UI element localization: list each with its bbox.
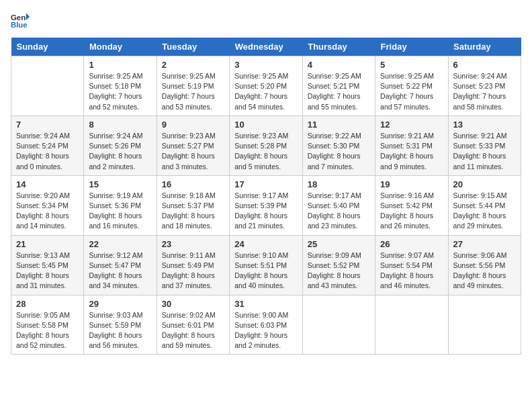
week-row-5: 28Sunrise: 9:05 AMSunset: 5:58 PMDayligh… — [11, 295, 521, 355]
day-info: Sunrise: 9:10 AMSunset: 5:51 PMDaylight:… — [234, 250, 297, 291]
day-number: 3 — [234, 60, 297, 70]
day-info: Sunrise: 9:25 AMSunset: 5:20 PMDaylight:… — [234, 71, 297, 112]
day-number: 25 — [308, 239, 370, 249]
week-row-2: 7Sunrise: 9:24 AMSunset: 5:24 PMDaylight… — [11, 116, 521, 175]
day-cell: 22Sunrise: 9:12 AMSunset: 5:47 PMDayligh… — [84, 235, 157, 295]
day-info: Sunrise: 9:25 AMSunset: 5:21 PMDaylight:… — [308, 71, 370, 112]
day-info: Sunrise: 9:25 AMSunset: 5:22 PMDaylight:… — [380, 71, 443, 112]
day-number: 26 — [380, 239, 443, 249]
day-info: Sunrise: 9:17 AMSunset: 5:40 PMDaylight:… — [308, 191, 370, 232]
day-info: Sunrise: 9:15 AMSunset: 5:44 PMDaylight:… — [453, 191, 516, 232]
day-info: Sunrise: 9:24 AMSunset: 5:24 PMDaylight:… — [16, 131, 79, 172]
day-cell: 14Sunrise: 9:20 AMSunset: 5:34 PMDayligh… — [11, 175, 84, 235]
day-cell: 21Sunrise: 9:13 AMSunset: 5:45 PMDayligh… — [11, 235, 84, 295]
day-cell: 5Sunrise: 9:25 AMSunset: 5:22 PMDaylight… — [375, 56, 448, 116]
day-number: 29 — [89, 299, 151, 309]
day-cell: 31Sunrise: 9:00 AMSunset: 6:03 PMDayligh… — [230, 295, 302, 355]
day-cell: 15Sunrise: 9:19 AMSunset: 5:36 PMDayligh… — [84, 175, 157, 235]
day-cell: 12Sunrise: 9:21 AMSunset: 5:31 PMDayligh… — [375, 116, 448, 175]
day-number: 16 — [162, 179, 224, 189]
day-info: Sunrise: 9:02 AMSunset: 6:01 PMDaylight:… — [162, 310, 224, 351]
day-number: 7 — [16, 120, 79, 130]
week-row-1: 1Sunrise: 9:25 AMSunset: 5:18 PMDaylight… — [11, 56, 521, 116]
weekday-header-monday: Monday — [84, 38, 157, 56]
day-cell: 3Sunrise: 9:25 AMSunset: 5:20 PMDaylight… — [230, 56, 302, 116]
day-cell: 30Sunrise: 9:02 AMSunset: 6:01 PMDayligh… — [157, 295, 229, 355]
day-cell: 18Sunrise: 9:17 AMSunset: 5:40 PMDayligh… — [302, 175, 375, 235]
day-info: Sunrise: 9:16 AMSunset: 5:42 PMDaylight:… — [380, 191, 443, 232]
day-info: Sunrise: 9:06 AMSunset: 5:56 PMDaylight:… — [453, 250, 516, 291]
day-info: Sunrise: 9:20 AMSunset: 5:34 PMDaylight:… — [16, 191, 79, 232]
day-cell: 19Sunrise: 9:16 AMSunset: 5:42 PMDayligh… — [375, 175, 448, 235]
svg-marker-2 — [26, 13, 30, 21]
day-cell: 13Sunrise: 9:21 AMSunset: 5:33 PMDayligh… — [448, 116, 521, 175]
day-number: 27 — [453, 239, 516, 249]
day-info: Sunrise: 9:03 AMSunset: 5:59 PMDaylight:… — [89, 310, 151, 351]
day-cell — [11, 56, 84, 116]
day-number: 12 — [380, 120, 443, 130]
day-number: 18 — [308, 179, 370, 189]
day-number: 11 — [308, 120, 370, 130]
day-info: Sunrise: 9:23 AMSunset: 5:27 PMDaylight:… — [162, 131, 224, 172]
day-info: Sunrise: 9:13 AMSunset: 5:45 PMDaylight:… — [16, 250, 79, 291]
day-cell: 1Sunrise: 9:25 AMSunset: 5:18 PMDaylight… — [84, 56, 157, 116]
svg-text:Blue: Blue — [11, 21, 28, 29]
day-cell: 24Sunrise: 9:10 AMSunset: 5:51 PMDayligh… — [230, 235, 302, 295]
day-cell: 27Sunrise: 9:06 AMSunset: 5:56 PMDayligh… — [448, 235, 521, 295]
day-cell — [448, 295, 521, 355]
day-info: Sunrise: 9:07 AMSunset: 5:54 PMDaylight:… — [380, 250, 443, 291]
week-row-3: 14Sunrise: 9:20 AMSunset: 5:34 PMDayligh… — [11, 175, 521, 235]
day-number: 4 — [308, 60, 370, 70]
day-number: 31 — [234, 299, 297, 309]
weekday-header-thursday: Thursday — [302, 38, 375, 56]
day-info: Sunrise: 9:22 AMSunset: 5:30 PMDaylight:… — [308, 131, 370, 172]
day-cell: 20Sunrise: 9:15 AMSunset: 5:44 PMDayligh… — [448, 175, 521, 235]
day-number: 14 — [16, 179, 79, 189]
day-number: 10 — [234, 120, 297, 130]
day-info: Sunrise: 9:24 AMSunset: 5:23 PMDaylight:… — [453, 71, 516, 112]
weekday-header-friday: Friday — [375, 38, 448, 56]
day-cell: 26Sunrise: 9:07 AMSunset: 5:54 PMDayligh… — [375, 235, 448, 295]
day-cell: 29Sunrise: 9:03 AMSunset: 5:59 PMDayligh… — [84, 295, 157, 355]
day-cell: 11Sunrise: 9:22 AMSunset: 5:30 PMDayligh… — [302, 116, 375, 175]
day-cell — [375, 295, 448, 355]
day-info: Sunrise: 9:11 AMSunset: 5:49 PMDaylight:… — [162, 250, 224, 291]
day-cell: 23Sunrise: 9:11 AMSunset: 5:49 PMDayligh… — [157, 235, 229, 295]
day-info: Sunrise: 9:18 AMSunset: 5:37 PMDaylight:… — [162, 191, 224, 232]
day-number: 28 — [16, 299, 79, 309]
day-cell: 8Sunrise: 9:24 AMSunset: 5:26 PMDaylight… — [84, 116, 157, 175]
day-cell: 28Sunrise: 9:05 AMSunset: 5:58 PMDayligh… — [11, 295, 84, 355]
day-info: Sunrise: 9:21 AMSunset: 5:31 PMDaylight:… — [380, 131, 443, 172]
day-number: 6 — [453, 60, 516, 70]
day-number: 21 — [16, 239, 79, 249]
day-number: 5 — [380, 60, 443, 70]
day-number: 24 — [234, 239, 297, 249]
day-number: 17 — [234, 179, 297, 189]
day-number: 1 — [89, 60, 151, 70]
day-cell: 4Sunrise: 9:25 AMSunset: 5:21 PMDaylight… — [302, 56, 375, 116]
day-number: 2 — [162, 60, 224, 70]
day-cell: 10Sunrise: 9:23 AMSunset: 5:28 PMDayligh… — [230, 116, 302, 175]
day-number: 22 — [89, 239, 151, 249]
day-cell: 9Sunrise: 9:23 AMSunset: 5:27 PMDaylight… — [157, 116, 229, 175]
day-info: Sunrise: 9:19 AMSunset: 5:36 PMDaylight:… — [89, 191, 151, 232]
day-number: 15 — [89, 179, 151, 189]
day-number: 8 — [89, 120, 151, 130]
day-info: Sunrise: 9:12 AMSunset: 5:47 PMDaylight:… — [89, 250, 151, 291]
weekday-header-tuesday: Tuesday — [157, 38, 229, 56]
logo: Gen Blue — [11, 11, 32, 30]
logo-icon: Gen Blue — [11, 11, 30, 30]
week-row-4: 21Sunrise: 9:13 AMSunset: 5:45 PMDayligh… — [11, 235, 521, 295]
calendar-table: SundayMondayTuesdayWednesdayThursdayFrid… — [11, 38, 521, 355]
day-cell: 2Sunrise: 9:25 AMSunset: 5:19 PMDaylight… — [157, 56, 229, 116]
day-cell — [302, 295, 375, 355]
day-number: 20 — [453, 179, 516, 189]
weekday-header-sunday: Sunday — [11, 38, 84, 56]
day-info: Sunrise: 9:21 AMSunset: 5:33 PMDaylight:… — [453, 131, 516, 172]
weekday-header-wednesday: Wednesday — [230, 38, 302, 56]
day-cell: 6Sunrise: 9:24 AMSunset: 5:23 PMDaylight… — [448, 56, 521, 116]
day-number: 9 — [162, 120, 224, 130]
day-number: 19 — [380, 179, 443, 189]
day-info: Sunrise: 9:17 AMSunset: 5:39 PMDaylight:… — [234, 191, 297, 232]
day-info: Sunrise: 9:25 AMSunset: 5:18 PMDaylight:… — [89, 71, 151, 112]
